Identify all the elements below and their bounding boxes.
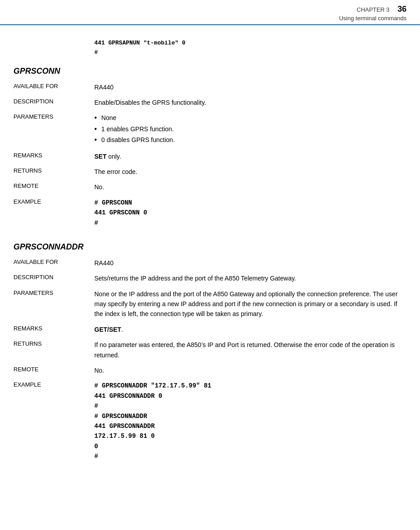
section1-description-label: DESCRIPTION <box>13 98 94 105</box>
section1-parameters-list: None 1 enables GPRS function. 0 disables… <box>94 113 407 145</box>
section1-example-value: # GPRSCONN 441 GPRSCONN 0 # <box>94 198 407 228</box>
section1-parameters-row: PARAMETERS None 1 enables GPRS function.… <box>13 113 407 146</box>
intro-code-line-1: 441 GPRSAPNUN "t-mobile" 0 <box>94 39 407 48</box>
section2-example-value: # GPRSCONNADDR "172.17.5.99" 81 441 GPRS… <box>94 381 407 461</box>
section1-returns-label: RETURNS <box>13 167 94 174</box>
section1-remarks-row: REMARKS SET only. <box>13 151 407 161</box>
section1-available-for-row: AVAILABLE FOR RA440 <box>13 82 407 92</box>
section1-param-1: None <box>94 113 407 123</box>
section2-available-for-label: AVAILABLE FOR <box>13 258 94 265</box>
section2-returns-row: RETURNS If no parameter was entered, the… <box>13 340 407 360</box>
section1-example-label: EXAMPLE <box>13 198 94 205</box>
section2-remarks-value: GET/SET. <box>94 325 407 334</box>
section2-example-row: EXAMPLE # GPRSCONNADDR "172.17.5.99" 81 … <box>13 381 407 470</box>
section2-parameters-label: PARAMETERS <box>13 289 94 296</box>
section2-remarks-label: REMARKS <box>13 325 94 332</box>
page-content: 441 GPRSAPNUN "t-mobile" 0 # GPRSCONN AV… <box>0 39 420 490</box>
section1-param-3: 0 disables GPRS function. <box>94 135 407 145</box>
section2-description-label: DESCRIPTION <box>13 273 94 281</box>
page: CHAPTER 3 36 Using terminal commands 441… <box>0 0 420 530</box>
section1-remarks-label: REMARKS <box>13 151 94 159</box>
section2-description-row: DESCRIPTION Sets/returns the IP address … <box>13 273 407 283</box>
section2-example-line-1: # GPRSCONNADDR "172.17.5.99" 81 <box>94 381 407 391</box>
section2-remarks-rest: . <box>121 326 123 333</box>
section1-remote-row: REMOTE No. <box>13 182 407 192</box>
section2-example-label: EXAMPLE <box>13 381 94 388</box>
section2-example-line-8: # <box>94 451 407 461</box>
section1-example-line-2: 441 GPRSCONN 0 <box>94 208 407 218</box>
section1-returns-value: The error code. <box>94 167 407 177</box>
intro-code-block: 441 GPRSAPNUN "t-mobile" 0 # <box>94 39 407 58</box>
section1: GPRSCONN AVAILABLE FOR RA440 DESCRIPTION… <box>13 67 407 237</box>
section2-heading: GPRSCONNADDR <box>13 242 407 252</box>
section2-parameters-value: None or the IP address and the port of t… <box>94 289 407 319</box>
section2-remarks-row: REMARKS GET/SET. <box>13 325 407 334</box>
section1-returns-row: RETURNS The error code. <box>13 167 407 177</box>
section2-description-value: Sets/returns the IP address and the port… <box>94 273 407 283</box>
section2-returns-value: If no parameter was entered, the A850’s … <box>94 340 407 360</box>
section1-description-value: Enable/Disables the GPRS functionality. <box>94 98 407 107</box>
section2-example-line-7: 0 <box>94 441 407 451</box>
section2-example-line-6: 172.17.5.99 81 0 <box>94 431 407 441</box>
section1-description-row: DESCRIPTION Enable/Disables the GPRS fun… <box>13 98 407 107</box>
section1-remote-value: No. <box>94 182 407 192</box>
section1-example-row: EXAMPLE # GPRSCONN 441 GPRSCONN 0 # <box>13 198 407 237</box>
section1-heading: GPRSCONN <box>13 67 407 76</box>
header-right: CHAPTER 3 36 Using terminal commands <box>339 4 407 22</box>
section1-example-line-1: # GPRSCONN <box>94 198 407 208</box>
section2-remote-row: REMOTE No. <box>13 365 407 375</box>
section1-remarks-rest: only. <box>106 153 121 160</box>
section2-example-line-5: 441 GPRSCONNADDR <box>94 421 407 431</box>
section1-available-for-label: AVAILABLE FOR <box>13 82 94 89</box>
section2-remarks-bold: GET/SET <box>94 326 121 333</box>
chapter-label: CHAPTER 3 <box>357 6 389 13</box>
section1-remarks-value: SET only. <box>94 151 407 161</box>
section1-example-line-3: # <box>94 218 407 228</box>
page-header: CHAPTER 3 36 Using terminal commands <box>0 0 420 25</box>
section1-remote-label: REMOTE <box>13 182 94 189</box>
section2-example-line-4: # GPRSCONNADDR <box>94 411 407 421</box>
section1-parameters-label: PARAMETERS <box>13 113 94 120</box>
chapter-subtitle: Using terminal commands <box>339 15 407 22</box>
section1-parameters-value: None 1 enables GPRS function. 0 disables… <box>94 113 407 146</box>
section2-example-line-2: 441 GPRSCONNADDR 0 <box>94 391 407 401</box>
section1-param-2: 1 enables GPRS function. <box>94 124 407 134</box>
section2-parameters-row: PARAMETERS None or the IP address and th… <box>13 289 407 319</box>
section2-remote-label: REMOTE <box>13 365 94 373</box>
section2-remote-value: No. <box>94 365 407 375</box>
section2: GPRSCONNADDR AVAILABLE FOR RA440 DESCRIP… <box>13 242 407 471</box>
section1-available-for-value: RA440 <box>94 82 407 92</box>
chapter-number: 36 <box>398 4 407 14</box>
section2-available-for-row: AVAILABLE FOR RA440 <box>13 258 407 268</box>
section2-available-for-value: RA440 <box>94 258 407 268</box>
section1-remarks-bold: SET <box>94 153 106 160</box>
section2-returns-label: RETURNS <box>13 340 94 347</box>
section2-example-line-3: # <box>94 401 407 411</box>
intro-code-line-2: # <box>94 48 407 58</box>
